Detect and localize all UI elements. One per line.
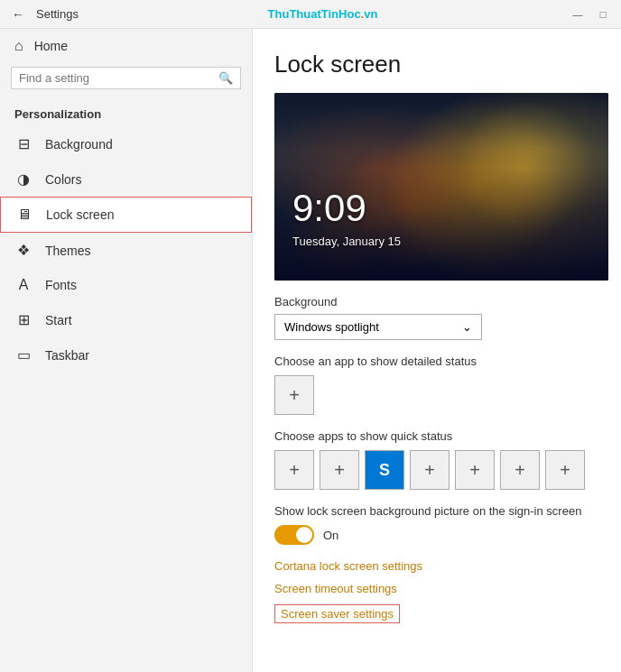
fonts-icon: A [14, 277, 32, 293]
quick-app-5[interactable]: + [455, 450, 495, 490]
window-controls: — □ [567, 5, 614, 23]
sidebar-item-background[interactable]: ⊟ Background [0, 126, 252, 161]
quick-app-4[interactable]: + [410, 450, 450, 490]
toggle-label: On [323, 529, 338, 542]
quick-app-1[interactable]: + [274, 450, 314, 490]
search-input[interactable] [19, 71, 218, 85]
titlebar: ← Settings ThuThuatTinHoc.vn — □ [0, 0, 621, 29]
lock-screen-icon: 🖥 [15, 207, 33, 223]
background-icon: ⊟ [14, 135, 32, 152]
sign-in-label: Show lock screen background picture on t… [274, 504, 599, 518]
sidebar-item-colors[interactable]: ◑ Colors [0, 161, 252, 197]
sidebar-item-lock-screen[interactable]: 🖥 Lock screen [0, 197, 252, 233]
sidebar-item-colors-label: Colors [45, 172, 81, 187]
background-dropdown[interactable]: Windows spotlight ⌄ [274, 314, 482, 340]
quick-app-2[interactable]: + [320, 450, 359, 490]
search-box[interactable]: 🔍 [11, 67, 241, 89]
themes-icon: ❖ [14, 242, 32, 259]
detailed-status-row: + [274, 375, 599, 415]
main-layout: ⌂ Home 🔍 Personalization ⊟ Background ◑ … [0, 29, 621, 672]
quick-app-7[interactable]: + [545, 450, 585, 490]
minimize-button[interactable]: — [567, 5, 589, 23]
sidebar-item-themes[interactable]: ❖ Themes [0, 233, 252, 268]
content-area: Lock screen 9:09 Tuesday, January 15 Bac… [253, 29, 621, 672]
add-detailed-app-button[interactable]: + [274, 375, 314, 415]
back-button[interactable]: ← [7, 4, 29, 25]
sidebar-item-home[interactable]: ⌂ Home [0, 29, 252, 63]
start-icon: ⊞ [14, 311, 32, 328]
chevron-down-icon: ⌄ [462, 320, 472, 334]
quick-app-6[interactable]: + [500, 450, 540, 490]
background-dropdown-value: Windows spotlight [284, 320, 379, 334]
sidebar-item-fonts-label: Fonts [45, 278, 77, 292]
toggle-thumb [296, 527, 312, 543]
lock-screen-preview: 9:09 Tuesday, January 15 [274, 93, 608, 281]
sidebar-item-start[interactable]: ⊞ Start [0, 302, 252, 337]
taskbar-icon: ▭ [14, 346, 32, 364]
cortana-link[interactable]: Cortana lock screen settings [274, 559, 599, 573]
preview-date: Tuesday, January 15 [292, 235, 401, 248]
sidebar: ⌂ Home 🔍 Personalization ⊟ Background ◑ … [0, 29, 253, 672]
sidebar-item-background-label: Background [45, 137, 113, 152]
sidebar-item-start-label: Start [45, 313, 72, 327]
sidebar-item-lock-screen-label: Lock screen [46, 207, 114, 222]
quick-status-row: + + S + + + + [274, 450, 599, 490]
search-icon: 🔍 [218, 71, 233, 85]
sidebar-item-themes-label: Themes [45, 244, 91, 258]
page-title: Lock screen [274, 51, 599, 78]
sidebar-item-fonts[interactable]: A Fonts [0, 268, 252, 302]
sign-in-toggle-row: On [274, 525, 599, 545]
preview-time: 9:09 [292, 187, 366, 230]
watermark: ThuThuatTinHoc.vn [79, 7, 567, 21]
quick-status-label: Choose apps to show quick status [274, 429, 599, 443]
maximize-button[interactable]: □ [592, 5, 614, 23]
home-label: Home [34, 39, 68, 53]
sidebar-item-taskbar-label: Taskbar [45, 348, 89, 363]
background-label: Background [274, 295, 599, 308]
sidebar-section-title: Personalization [0, 100, 252, 126]
colors-icon: ◑ [14, 170, 32, 188]
detailed-status-label: Choose an app to show detailed status [274, 354, 599, 368]
app-title: Settings [36, 7, 79, 21]
quick-app-skype[interactable]: S [365, 450, 404, 490]
screen-timeout-link[interactable]: Screen timeout settings [274, 582, 599, 595]
sidebar-item-taskbar[interactable]: ▭ Taskbar [0, 337, 252, 373]
screen-saver-link[interactable]: Screen saver settings [274, 604, 400, 623]
sign-in-toggle[interactable] [274, 525, 314, 545]
home-icon: ⌂ [14, 38, 23, 54]
